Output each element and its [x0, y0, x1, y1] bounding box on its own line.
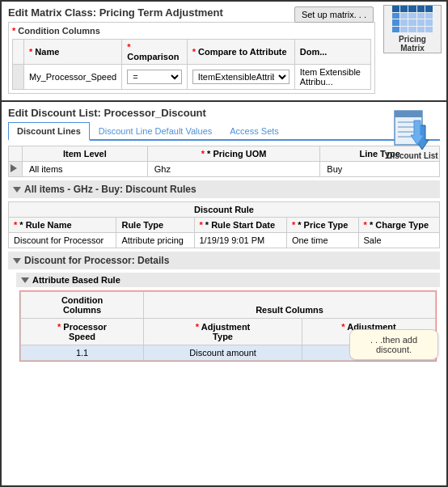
- pricing-matrix-label: PricingMatrix: [399, 35, 426, 53]
- cell-pricing-uom: Ghz: [147, 162, 320, 177]
- col-pricing-uom: * * Pricing UOM: [147, 146, 320, 162]
- details-header: Discount for Processor: Details: [8, 252, 440, 269]
- col-comparison: * Comparison: [122, 40, 187, 65]
- condition-columns-label: * Condition Columns: [12, 26, 371, 36]
- discount-list-label: Discount List: [387, 151, 437, 160]
- comparison-select[interactable]: =: [127, 70, 181, 84]
- collapse-triangle-icon: [13, 187, 21, 193]
- attr-based-rule-header: Attribute Based Rule: [16, 273, 440, 287]
- col-indicator-header: [9, 146, 23, 162]
- setup-matrix-button[interactable]: Set up matrix. . .: [294, 6, 374, 23]
- condition-row: My_Processor_Speed = ItemExtensibleAttri…: [13, 65, 371, 90]
- col-compare-to: * Compare to Attribute: [187, 40, 294, 65]
- compare-to-select[interactable]: ItemExtensibleAttribute.NumberValue: [192, 70, 290, 84]
- col-rule-start-date: * * Rule Start Date: [194, 218, 286, 233]
- details-collapse-icon: [13, 258, 21, 264]
- discount-icon-img: [391, 109, 433, 151]
- tab-default-values[interactable]: Discount Line Default Values: [90, 122, 221, 139]
- col-domain: Dom...: [294, 40, 370, 65]
- all-items-label: All items - GHz - Buy: Discount Rules: [24, 184, 197, 195]
- row-indicator-cell: [9, 162, 23, 177]
- cell-processor-speed: 1.1: [21, 345, 144, 361]
- discount-list-title: Edit Discount List: Processor_Discount: [8, 107, 440, 119]
- cell-comparison: =: [122, 65, 187, 90]
- discount-line-row: All items Ghz Buy: [9, 162, 440, 177]
- discount-lines-table: Item Level * * Pricing UOM Line Type All…: [8, 146, 440, 177]
- discount-rules-table: Discount Rule * * Rule Name Rule Type * …: [8, 201, 440, 248]
- svg-rect-1: [395, 111, 422, 117]
- callout-then-add: . . .then add discount.: [349, 329, 438, 360]
- cell-price-type: One time: [286, 233, 358, 248]
- tab-discount-lines[interactable]: Discount Lines: [8, 122, 90, 141]
- attr-collapse-icon: [21, 277, 29, 283]
- pricing-matrix-icon: PricingMatrix: [383, 5, 442, 53]
- discount-list-icon: Discount List: [383, 105, 442, 163]
- col-name: * Name: [24, 40, 122, 65]
- top-panel-title: Edit Matrix Class: Pricing Term Adjustme…: [8, 6, 440, 19]
- col-processor-speed: * ProcessorSpeed: [21, 319, 144, 345]
- required-star: *: [12, 26, 15, 36]
- cell-line-type: Buy: [320, 162, 440, 177]
- cell-name: My_Processor_Speed: [24, 65, 122, 90]
- tabs-container: Discount Lines Discount Line Default Val…: [8, 122, 440, 141]
- top-panel: Edit Matrix Class: Pricing Term Adjustme…: [2, 2, 446, 102]
- cell-domain: Item Extensible Attribu...: [294, 65, 370, 90]
- col-price-type: * * Price Type: [286, 218, 358, 233]
- row-indicator: [13, 65, 24, 90]
- discount-icon-svg: [391, 109, 433, 151]
- col-item-level: Item Level: [23, 146, 148, 162]
- cell-rule-type: Attribute pricing: [116, 233, 194, 248]
- result-columns-group-header: Result Columns: [144, 292, 436, 319]
- discount-rule-group-header: Discount Rule: [9, 202, 440, 218]
- col-charge-type: * * Charge Type: [358, 218, 439, 233]
- condition-columns-section: * Condition Columns * Name * Comparison …: [8, 22, 375, 94]
- attr-based-rule-label: Attribute Based Rule: [32, 275, 120, 285]
- cell-rule-start-date: 1/19/19 9:01 PM: [194, 233, 286, 248]
- cell-rule-name: Discount for Processor: [9, 233, 116, 248]
- details-title: Discount for Processor: Details: [24, 255, 169, 266]
- cell-compare-to: ItemExtensibleAttribute.NumberValue: [187, 65, 294, 90]
- col-indicator: [13, 40, 24, 65]
- cell-adjustment-type: Discount amount: [144, 345, 302, 361]
- col-rule-type: Rule Type: [116, 218, 194, 233]
- all-items-section-header: All items - GHz - Buy: Discount Rules: [8, 180, 440, 198]
- col-rule-name: * * Rule Name: [9, 218, 116, 233]
- tab-access-sets[interactable]: Access Sets: [221, 122, 288, 139]
- cell-charge-type: Sale: [358, 233, 439, 248]
- row-triangle-icon: [11, 164, 17, 172]
- rules-row: Discount for Processor Attribute pricing…: [9, 233, 440, 248]
- cell-item-level: All items: [23, 162, 148, 177]
- pricing-matrix-grid: [392, 6, 433, 32]
- condition-columns-group-header: ConditionColumns: [21, 292, 144, 319]
- condition-table: * Name * Comparison * Compare to Attribu…: [12, 39, 371, 90]
- col-adjustment-type: * AdjustmentType: [144, 319, 302, 345]
- bottom-panel: Edit Discount List: Processor_Discount D…: [2, 102, 446, 366]
